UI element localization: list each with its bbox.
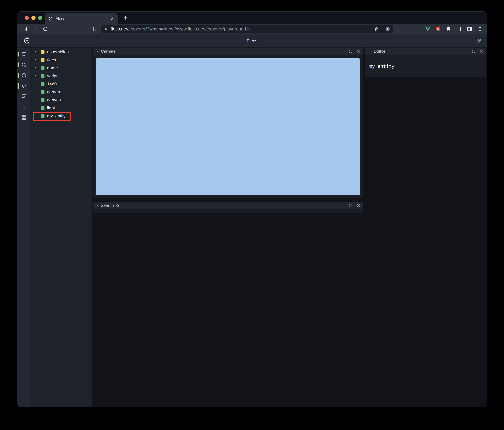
expand-arrow-icon[interactable] xyxy=(32,59,41,61)
browser-tab-bar: Flecs xyxy=(17,11,487,24)
tree-item-flecs[interactable]: flecs xyxy=(31,56,92,64)
sidebar-components-cube-icon[interactable] xyxy=(17,70,30,81)
back-icon[interactable] xyxy=(23,26,29,32)
address-bar[interactable]: flecs.dev/explorer/?wasm=https://www.fle… xyxy=(101,25,393,33)
tree-item-assemblies[interactable]: assemblies xyxy=(31,48,92,56)
expand-arrow-icon[interactable] xyxy=(32,51,41,54)
browser-toolbar: flecs.dev/explorer/?wasm=https://www.fle… xyxy=(17,24,487,34)
tree-item-camera[interactable]: camera xyxy=(31,88,92,96)
search-panel-body xyxy=(93,210,363,213)
sidebar-tables-icon[interactable] xyxy=(17,112,30,123)
drag-dot-icon xyxy=(97,205,98,206)
extensions-puzzle-icon[interactable] xyxy=(446,26,452,32)
tree-item-label: my_entity xyxy=(47,114,66,118)
tree-item-1460[interactable]: 1460 xyxy=(31,80,92,88)
tree-item-my_entity[interactable]: my_entity xyxy=(31,112,92,120)
tree-item-label: 1460 xyxy=(47,81,57,87)
share-link-icon[interactable] xyxy=(476,38,482,43)
traffic-lights xyxy=(25,11,42,24)
flecs-explorer-app: Flecs assembliesflecsgamescripts1460came… xyxy=(17,34,487,407)
search-icon xyxy=(116,204,120,207)
canvas-surface[interactable] xyxy=(96,58,360,195)
entity-color-swatch xyxy=(41,58,45,62)
canvas-panel-header: Canvas xyxy=(93,48,363,55)
editor-code-area[interactable]: my_entity xyxy=(365,55,486,77)
sidebar-inspect-icon[interactable] xyxy=(17,91,30,102)
active-indicator xyxy=(18,52,19,56)
tree-item-label: camera xyxy=(47,90,62,95)
entity-tree-panel: assembliesflecsgamescripts1460cameracanv… xyxy=(31,48,93,407)
leaf-dash xyxy=(32,116,41,116)
sidebar-toggle-icon[interactable] xyxy=(456,26,462,32)
share-icon[interactable] xyxy=(374,26,379,32)
fullscreen-icon[interactable] xyxy=(349,204,352,207)
tree-item-scripts[interactable]: scripts xyxy=(31,72,92,80)
sidebar-statistics-icon[interactable] xyxy=(17,102,30,112)
editor-panel-title: Editor xyxy=(374,49,386,54)
entity-color-swatch xyxy=(41,90,45,94)
search-placeholder: Search xyxy=(101,203,114,208)
lock-icon xyxy=(104,27,108,31)
vue-devtools-icon[interactable] xyxy=(425,26,431,32)
tree-item-light[interactable]: light xyxy=(31,104,92,112)
search-bar[interactable]: Search xyxy=(93,202,363,210)
main-area: Canvas xyxy=(93,48,487,407)
tab-close-icon[interactable] xyxy=(110,17,114,20)
new-tab-button[interactable] xyxy=(123,15,129,21)
active-indicator xyxy=(18,63,19,67)
wallet-icon[interactable] xyxy=(467,26,473,32)
menu-icon[interactable] xyxy=(477,26,483,32)
fullscreen-icon[interactable] xyxy=(472,49,476,53)
entity-color-swatch xyxy=(41,74,45,78)
fullscreen-icon[interactable] xyxy=(349,49,352,53)
tree-item-label: canvas xyxy=(47,98,61,102)
leaf-dash xyxy=(32,108,41,108)
bookmark-icon[interactable] xyxy=(92,26,98,32)
tree-item-game[interactable]: game xyxy=(31,64,92,72)
chevron-down-icon[interactable] xyxy=(95,49,99,53)
sidebar-query-search-icon[interactable] xyxy=(17,60,30,70)
canvas-panel-title: Canvas xyxy=(101,49,116,54)
tree-item-canvas[interactable]: canvas xyxy=(31,96,92,104)
leaf-dash xyxy=(32,84,41,84)
close-icon[interactable] xyxy=(357,49,360,53)
entity-color-swatch xyxy=(41,82,45,86)
tree-item-label: flecs xyxy=(47,58,56,63)
close-icon[interactable] xyxy=(357,204,360,207)
window-zoom-button[interactable] xyxy=(38,16,42,20)
reload-icon[interactable] xyxy=(43,26,48,32)
url-text: flecs.dev/explorer/?wasm=https://www.fle… xyxy=(111,27,374,32)
shield-extension-icon[interactable] xyxy=(435,26,441,32)
entity-color-swatch xyxy=(41,50,45,54)
expand-arrow-icon[interactable] xyxy=(32,67,41,69)
editor-panel-header: Editor xyxy=(365,48,486,55)
tab-title: Flecs xyxy=(55,16,65,21)
window-minimize-button[interactable] xyxy=(31,16,36,20)
editor-panel: Editor my_entity xyxy=(365,48,486,77)
editor-code-text: my_entity xyxy=(369,63,394,69)
sidebar-code-icon[interactable] xyxy=(17,81,30,91)
browser-tab[interactable]: Flecs xyxy=(45,13,118,24)
search-panel: Search xyxy=(93,202,363,213)
app-header: Flecs xyxy=(17,34,487,48)
urlbar-divider xyxy=(382,27,382,31)
entity-color-swatch xyxy=(41,98,45,102)
tree-item-label: assemblies xyxy=(47,50,69,54)
tree-item-label: scripts xyxy=(47,73,60,79)
leaf-dash xyxy=(32,100,41,100)
leaf-dash xyxy=(32,92,41,92)
canvas-panel: Canvas xyxy=(93,48,363,198)
flecs-favicon xyxy=(48,16,53,21)
entity-color-swatch xyxy=(41,114,45,118)
entity-color-swatch xyxy=(41,66,45,70)
chevron-down-icon[interactable] xyxy=(368,49,372,53)
active-indicator xyxy=(18,73,19,78)
entity-color-swatch xyxy=(41,106,45,110)
browser-window: Flecs flecs.dev xyxy=(17,11,487,407)
forward-icon[interactable] xyxy=(33,26,38,32)
close-icon[interactable] xyxy=(479,49,483,53)
expand-arrow-icon[interactable] xyxy=(32,75,41,77)
brave-shields-icon[interactable] xyxy=(385,26,390,32)
sidebar-entities-tree-icon[interactable] xyxy=(17,49,30,60)
window-close-button[interactable] xyxy=(25,16,29,20)
